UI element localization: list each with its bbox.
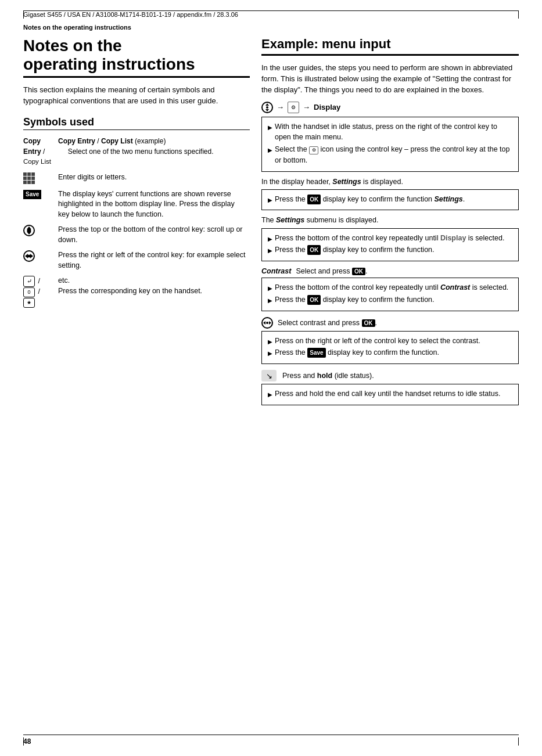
- key-c-icon: ⤶: [23, 276, 35, 287]
- symbols-table: Copy Entry / Copy List Copy Entry / Copy…: [23, 135, 250, 309]
- page-number: 48: [23, 737, 31, 746]
- symbol-text-control-lr: Press the right or left of the control k…: [58, 247, 250, 272]
- example-intro: In the user guides, the steps you need t…: [261, 63, 519, 96]
- instr-text-5-2: Press the Save display key to confirm th…: [275, 347, 512, 358]
- symbol-row-control-tb: Press the top or the bottom of the contr…: [23, 221, 250, 247]
- contrast-row: Contrast Select and press OK.: [261, 267, 519, 275]
- intro-text: This section explains the meaning of cer…: [23, 85, 250, 107]
- instruction-box-6: ▶ Press and hold the end call key until …: [261, 384, 519, 405]
- symbol-row-copy: Copy Entry / Copy List Copy Entry / Copy…: [23, 135, 250, 169]
- page: Gigaset S455 / USA EN / A31008-M1714-B10…: [0, 0, 542, 756]
- instruction-box-4: ▶ Press the bottom of the control key re…: [261, 278, 519, 311]
- symbol-icon-control-lr: [23, 247, 58, 272]
- instr-row-3-2: ▶ Press the OK display key to confirm th…: [268, 244, 512, 255]
- footer-right-bar: [518, 737, 519, 746]
- right-column: Example: menu input In the user guides, …: [261, 37, 519, 410]
- symbol-row-save: Save The display keys' current functions…: [23, 186, 250, 222]
- bullet-5-1: ▶: [268, 337, 272, 346]
- section-divider: [23, 76, 250, 78]
- contrast-instruction: Select and press OK.: [296, 267, 367, 275]
- instr-row-1-2: ▶ Select the ⚙ icon using the control ke…: [268, 144, 512, 166]
- bullet-1-2: ▶: [268, 146, 272, 154]
- nav-control-icon: [261, 102, 273, 113]
- instr-row-5-1: ▶ Press on the right or left of the cont…: [268, 336, 512, 347]
- bullet-5-2: ▶: [268, 349, 272, 358]
- symbol-text-keys: etc.Press the corresponding key on the h…: [58, 272, 250, 309]
- select-contrast-row: Select contrast and press OK.: [261, 317, 519, 329]
- example-divider: [261, 54, 519, 56]
- page-footer: 48: [23, 735, 519, 746]
- symbol-icon-copy: Copy Entry / Copy List: [23, 135, 58, 169]
- end-call-icon: ↘: [261, 370, 277, 381]
- key-star-icon: ★: [23, 298, 35, 308]
- bullet-1-1: ▶: [268, 123, 272, 132]
- save-icon: Save: [23, 190, 41, 199]
- select-control-icon: [261, 317, 273, 329]
- symbol-text-keypad: Enter digits or letters.: [58, 169, 250, 186]
- inline-note-2: The Settings submenu is displayed.: [261, 215, 519, 225]
- symbol-icon-save: Save: [23, 186, 58, 222]
- instr-text-5-1: Press on the right or left of the contro…: [275, 336, 512, 347]
- two-col-layout: Notes on the operating instructions This…: [23, 37, 519, 410]
- select-contrast-text: Select contrast and press OK.: [278, 319, 377, 327]
- instr-text-3-1: Press the bottom of the control key repe…: [275, 233, 512, 244]
- contrast-label: Contrast: [261, 267, 291, 275]
- header-text: Gigaset S455 / USA EN / A31008-M1714-B10…: [23, 11, 238, 18]
- instr-row-6-1: ▶ Press and hold the end call key until …: [268, 388, 512, 399]
- key-0-icon: 0: [23, 287, 35, 297]
- press-hold-text: Press and hold (idle status).: [282, 372, 374, 380]
- header-left-bar: [23, 10, 24, 19]
- symbols-divider: [23, 129, 250, 130]
- instruction-box-2: ▶ Press the OK display key to confirm th…: [261, 189, 519, 211]
- left-column: Notes on the operating instructions This…: [23, 37, 250, 410]
- inline-note-1: In the display header, Settings is displ…: [261, 177, 519, 187]
- section-title: Notes on the operating instructions: [23, 37, 250, 74]
- symbols-heading: Symbols used: [23, 116, 250, 128]
- press-hold-row: ↘ Press and hold (idle status).: [261, 370, 519, 381]
- bullet-2-1: ▶: [268, 196, 272, 204]
- instr-row-1-1: ▶ With the handset in idle status, press…: [268, 121, 512, 143]
- symbol-icon-control-tb: [23, 221, 58, 247]
- bullet-3-2: ▶: [268, 246, 272, 255]
- bullet-3-1: ▶: [268, 235, 272, 243]
- bullet-4-1: ▶: [268, 284, 272, 293]
- instr-text-6-1: Press and hold the end call key until th…: [275, 388, 512, 399]
- control-lr-icon: [23, 250, 35, 262]
- footer-left-bar: [23, 737, 24, 746]
- instr-text-4-2: Press the OK display key to confirm the …: [275, 294, 512, 305]
- instr-row-5-2: ▶ Press the Save display key to confirm …: [268, 347, 512, 358]
- instr-row-3-1: ▶ Press the bottom of the control key re…: [268, 233, 512, 244]
- symbol-row-keys: ⤶ / 0 / ★ etc.Press the corresponding ke…: [23, 272, 250, 309]
- symbol-text-copy: Copy Entry / Copy List (example) Select …: [58, 135, 250, 169]
- symbol-icon-keys: ⤶ / 0 / ★: [23, 272, 58, 309]
- instr-text-3-2: Press the OK display key to confirm the …: [275, 244, 512, 255]
- nav-settings-icon: ⚙: [288, 102, 299, 113]
- nav-display-label: Display: [314, 103, 340, 111]
- instr-text-2-1: Press the OK display key to confirm the …: [275, 194, 512, 205]
- instr-row-4-2: ▶ Press the OK display key to confirm th…: [268, 294, 512, 305]
- header-right-bar: [518, 10, 519, 19]
- symbol-text-control-tb: Press the top or the bottom of the contr…: [58, 221, 250, 247]
- nav-row: → ⚙ → Display: [261, 102, 519, 113]
- instr-row-2-1: ▶ Press the OK display key to confirm th…: [268, 194, 512, 205]
- instr-text-4-1: Press the bottom of the control key repe…: [275, 282, 512, 293]
- instruction-box-1: ▶ With the handset in idle status, press…: [261, 117, 519, 172]
- keypad-icon: [23, 172, 35, 184]
- bullet-6-1: ▶: [268, 390, 272, 399]
- bullet-4-2: ▶: [268, 296, 272, 305]
- instruction-box-3: ▶ Press the bottom of the control key re…: [261, 228, 519, 262]
- page-header: Gigaset S455 / USA EN / A31008-M1714-B10…: [23, 10, 519, 20]
- symbol-row-keypad: Enter digits or letters.: [23, 169, 250, 186]
- nav-arrow-2: →: [303, 103, 310, 111]
- symbol-row-control-lr: Press the right or left of the control k…: [23, 247, 250, 272]
- nav-arrow-1: →: [277, 103, 284, 111]
- instr-text-1-1: With the handset in idle status, press o…: [275, 121, 512, 143]
- example-title: Example: menu input: [261, 37, 519, 52]
- instr-row-4-1: ▶ Press the bottom of the control key re…: [268, 282, 512, 293]
- breadcrumb: Notes on the operating instructions: [23, 24, 519, 31]
- symbol-text-save: The display keys' current functions are …: [58, 186, 250, 222]
- instr-text-1-2: Select the ⚙ icon using the control key …: [275, 144, 512, 166]
- symbol-icon-keypad: [23, 169, 58, 186]
- control-tb-icon: [23, 225, 35, 236]
- instruction-box-5: ▶ Press on the right or left of the cont…: [261, 331, 519, 365]
